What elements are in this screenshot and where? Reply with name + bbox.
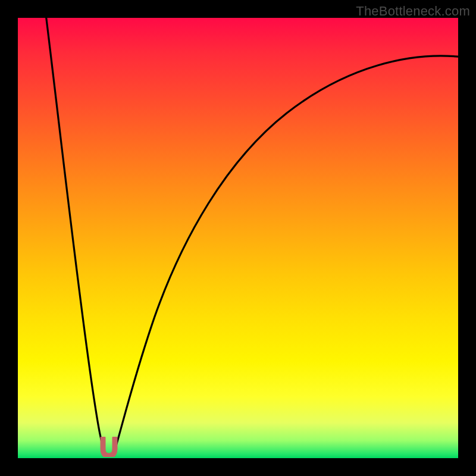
chart-frame: TheBottleneck.com (0, 0, 476, 476)
plot-area (18, 18, 458, 458)
curve-left-branch (46, 14, 106, 456)
curve-right-branch (113, 56, 463, 456)
watermark-text: TheBottleneck.com (356, 4, 470, 19)
bottleneck-curve (18, 18, 458, 458)
